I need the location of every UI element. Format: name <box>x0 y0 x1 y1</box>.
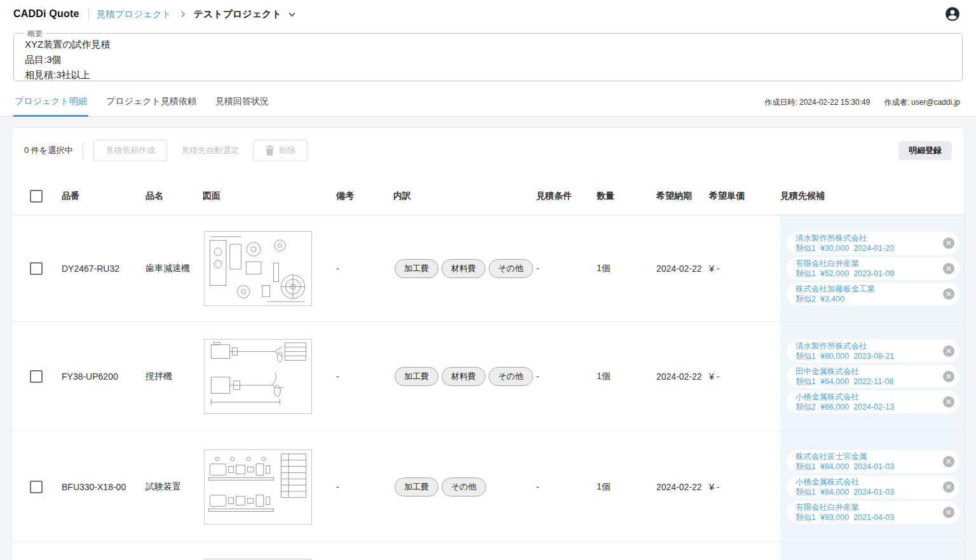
tab-quote-responses[interactable]: 見積回答状況 <box>214 91 270 117</box>
drawing-thumbnail[interactable] <box>204 231 312 306</box>
breadcrumb-current-project: テストプロジェクト <box>194 8 281 20</box>
supplier-candidates-cell: 清水製作所株式会社 類似1¥80,0002023-08-21 ✕ 田中金属株式会… <box>780 322 965 431</box>
supplier-name-link[interactable]: 株式会社富士宮金属 <box>796 451 943 462</box>
row-checkbox[interactable] <box>30 262 43 275</box>
creator: 作成者: user@caddi.jp <box>884 97 960 108</box>
remarks: - <box>336 482 393 492</box>
close-circle-icon[interactable]: ✕ <box>943 263 954 274</box>
tabs-row: プロジェクト明細 プロジェクト見積依頼 見積回答状況 作成日時: 2024-02… <box>0 91 976 117</box>
close-circle-icon[interactable]: ✕ <box>943 371 954 382</box>
row-checkbox[interactable] <box>30 370 43 383</box>
supplier-candidate-card: 田中金属株式会社 類似1¥64,0002022-11-08 ✕ <box>787 365 959 388</box>
tab-project-details[interactable]: プロジェクト明細 <box>13 91 88 117</box>
close-circle-icon[interactable]: ✕ <box>943 456 954 467</box>
price-text: ¥30,000 <box>820 244 849 253</box>
breakdown-chips: 加工費 材料費 その他 <box>393 367 536 386</box>
supplier-candidate-card: 株式会社富士宮金属 類似1¥84,0002024-01-03 ✕ <box>787 450 959 473</box>
breakdown-chip: 加工費 <box>395 477 438 497</box>
supplier-detail: 類似1¥64,0002022-11-08 <box>796 377 943 387</box>
similarity-badge: 類似2 <box>796 295 816 303</box>
desired-unit-price: ¥ - <box>709 371 780 382</box>
select-all-checkbox[interactable] <box>30 190 43 203</box>
supplier-name-link[interactable]: 株式会社加藤板金工業 <box>796 284 943 294</box>
part-number: FY38-UP6200 <box>62 371 146 382</box>
supplier-name-link[interactable]: 有限会社白井産業 <box>796 502 943 512</box>
drawing-thumbnail[interactable] <box>204 339 312 414</box>
table-row: FY38-UP6200 撹拌機 - <box>11 322 965 432</box>
supplier-name-link[interactable]: 田中金属株式会社 <box>796 366 943 377</box>
close-circle-icon[interactable]: ✕ <box>943 507 954 518</box>
date-text: 2024-02-13 <box>853 403 894 411</box>
table-row-partial <box>11 542 965 560</box>
date-text: 2024-01-20 <box>853 244 894 253</box>
breakdown-chip: 加工費 <box>395 367 438 386</box>
account-circle-icon[interactable] <box>944 6 961 22</box>
breakdown-chip: 材料費 <box>442 367 485 386</box>
desired-unit-price: ¥ - <box>709 263 780 274</box>
price-text: ¥52,000 <box>820 269 849 278</box>
col-desired-delivery: 希望納期 <box>656 190 709 202</box>
drawing-thumbnail[interactable] <box>204 450 312 524</box>
quote-conditions: - <box>536 263 597 274</box>
date-text: 2021-04-03 <box>853 513 894 522</box>
toolbar-divider <box>83 143 83 158</box>
similarity-badge: 類似1 <box>796 244 816 253</box>
part-number: DY2467-RU32 <box>62 263 146 274</box>
close-circle-icon[interactable]: ✕ <box>943 396 954 408</box>
supplier-name-link[interactable]: 清水製作所株式会社 <box>796 341 943 351</box>
similarity-badge: 類似1 <box>796 462 816 471</box>
chevron-down-icon[interactable] <box>288 10 296 18</box>
tab-project-quote-requests[interactable]: プロジェクト見積依頼 <box>105 91 198 117</box>
price-text: ¥80,000 <box>820 352 849 361</box>
similarity-badge: 類似1 <box>796 488 816 497</box>
details-card: 0 件を選択中 見積依頼作成 見積先自動選定 削除 明細登録 品番 品名 図面 … <box>11 127 965 560</box>
top-bar: CADDi Quote 見積プロジェクト テストプロジェクト <box>0 0 976 28</box>
breadcrumb-projects-link[interactable]: 見積プロジェクト <box>97 8 172 20</box>
supplier-name-link[interactable]: 有限会社白井産業 <box>796 258 943 269</box>
close-circle-icon[interactable]: ✕ <box>943 237 954 249</box>
price-text: ¥3,400 <box>820 295 844 303</box>
supplier-detail: 類似1¥52,0002023-01-09 <box>796 269 943 279</box>
col-remarks: 備考 <box>336 190 393 202</box>
selection-count: 0 件を選択中 <box>24 145 72 156</box>
quantity: 1個 <box>597 481 656 493</box>
card-toolbar: 0 件を選択中 見積依頼作成 見積先自動選定 削除 明細登録 <box>24 138 952 163</box>
close-circle-icon[interactable]: ✕ <box>943 481 954 493</box>
supplier-name-link[interactable]: 小橋金属株式会社 <box>796 392 943 402</box>
part-name: 撹拌機 <box>146 371 203 382</box>
breakdown-chip: その他 <box>442 477 486 497</box>
supplier-candidate-card: 小橋金属株式会社 類似1¥84,0002024-01-03 ✕ <box>787 476 959 498</box>
date-text: 2024-01-03 <box>853 488 894 497</box>
project-meta: 作成日時: 2024-02-22 15:30:49 作成者: user@cadd… <box>764 91 960 108</box>
breakdown-chip: その他 <box>489 367 533 386</box>
supplier-name-link[interactable]: 清水製作所株式会社 <box>796 233 943 243</box>
supplier-candidate-card: 有限会社白井産業 類似1¥52,0002023-01-09 ✕ <box>787 257 959 280</box>
supplier-candidate-card: 清水製作所株式会社 類似1¥30,0002024-01-20 ✕ <box>787 232 959 255</box>
quantity: 1個 <box>597 371 656 382</box>
supplier-candidate-card: 有限会社白井産業 類似1¥93,0002021-04-03 ✕ <box>787 501 959 524</box>
create-quote-request-button[interactable]: 見積依頼作成 <box>93 140 167 161</box>
overview-line: 相見積:3社以上 <box>25 67 962 83</box>
table-header: 品番 品名 図面 備考 内訳 見積条件 数量 希望納期 希望単価 見積先候補 <box>11 177 965 215</box>
close-circle-icon[interactable]: ✕ <box>943 345 954 357</box>
overview-legend: 概要 <box>24 29 46 39</box>
supplier-detail: 類似2¥3,400 <box>796 294 943 304</box>
breakdown-chip: その他 <box>489 259 533 278</box>
part-name: 歯車減速機 <box>146 263 203 274</box>
auto-select-suppliers-button[interactable]: 見積先自動選定 <box>181 145 239 156</box>
delete-button[interactable]: 削除 <box>253 140 308 161</box>
supplier-detail: 類似1¥84,0002024-01-03 <box>796 487 943 497</box>
price-text: ¥66,000 <box>820 403 849 411</box>
row-checkbox[interactable] <box>30 481 43 493</box>
register-detail-button[interactable]: 明細登録 <box>898 141 952 160</box>
overview-line: 品目:3個 <box>25 52 962 67</box>
table-row: DY2467-RU32 歯車減速機 - 加 <box>11 215 965 322</box>
supplier-candidate-card: 清水製作所株式会社 類似1¥80,0002023-08-21 ✕ <box>787 340 959 363</box>
header-divider <box>88 8 89 20</box>
project-overview-box: 概要 XYZ装置の試作見積 品目:3個 相見積:3社以上 <box>13 33 963 81</box>
supplier-name-link[interactable]: 小橋金属株式会社 <box>796 477 943 487</box>
close-circle-icon[interactable]: ✕ <box>943 288 954 300</box>
supplier-detail: 類似1¥30,0002024-01-20 <box>796 243 943 253</box>
col-desired-unit-price: 希望単価 <box>709 190 780 202</box>
col-drawing: 図面 <box>203 190 336 202</box>
